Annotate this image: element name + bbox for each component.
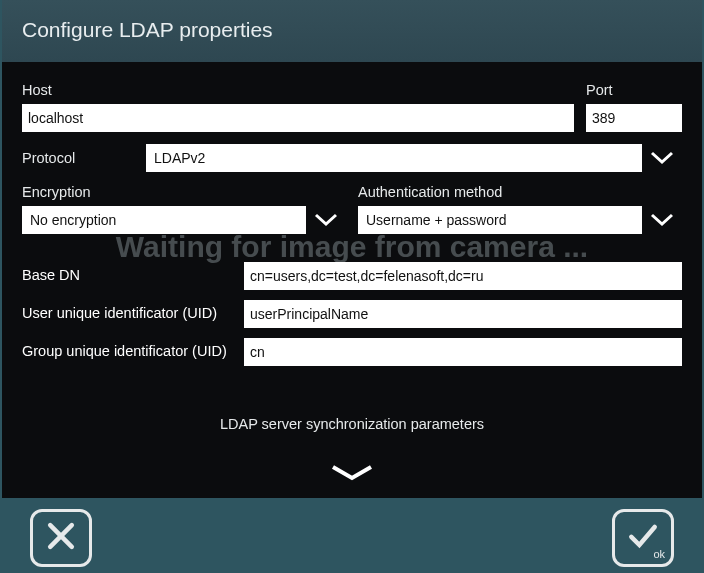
base-dn-input[interactable]	[244, 262, 682, 290]
background-watermark-text: Waiting for image from camera ...	[2, 230, 702, 264]
sync-section-title: LDAP server synchronization parameters	[22, 416, 682, 432]
chevron-down-icon	[642, 206, 682, 234]
base-dn-label: Base DN	[22, 267, 234, 284]
expand-section-button[interactable]	[22, 464, 682, 482]
dialog-titlebar: Configure LDAP properties	[2, 0, 702, 62]
close-icon	[43, 518, 79, 558]
dialog-title: Configure LDAP properties	[22, 18, 682, 42]
encryption-select[interactable]: No encryption	[22, 206, 346, 234]
encryption-label: Encryption	[22, 184, 346, 200]
ok-button-label: ok	[653, 548, 665, 560]
host-label: Host	[22, 82, 574, 98]
protocol-value: LDAPv2	[146, 144, 642, 172]
encryption-value: No encryption	[22, 206, 306, 234]
protocol-label: Protocol	[22, 150, 134, 172]
cancel-button[interactable]	[30, 509, 92, 567]
auth-method-value: Username + password	[358, 206, 642, 234]
port-label: Port	[586, 82, 682, 98]
chevron-down-icon	[306, 206, 346, 234]
protocol-select[interactable]: LDAPv2	[146, 144, 682, 172]
chevron-down-icon	[642, 144, 682, 172]
group-uid-input[interactable]	[244, 338, 682, 366]
user-uid-label: User unique identificator (UID)	[22, 305, 234, 322]
port-input[interactable]	[586, 104, 682, 132]
host-input[interactable]	[22, 104, 574, 132]
auth-method-label: Authentication method	[358, 184, 682, 200]
user-uid-input[interactable]	[244, 300, 682, 328]
ok-button[interactable]: ok	[612, 509, 674, 567]
auth-method-select[interactable]: Username + password	[358, 206, 682, 234]
group-uid-label: Group unique identificator (UID)	[22, 343, 234, 360]
